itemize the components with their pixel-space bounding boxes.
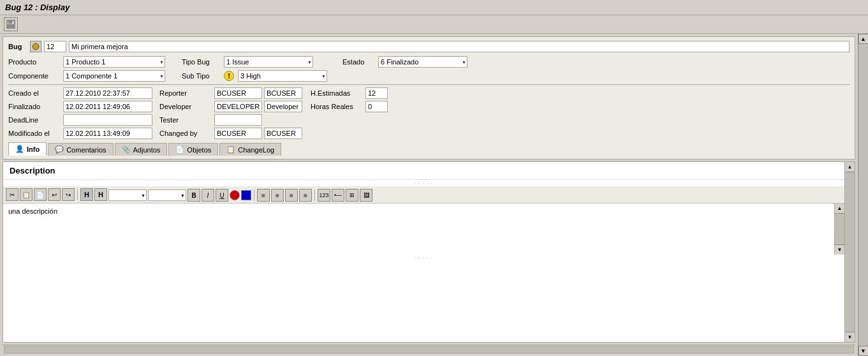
- tab-comentarios-label: Comentarios: [66, 146, 106, 154]
- main-window: Bug 12 : Display Bug: [0, 0, 868, 356]
- bug-title-input[interactable]: [69, 41, 850, 52]
- horas-reales-input[interactable]: [365, 101, 388, 112]
- inner-scroll-track: [845, 172, 855, 332]
- tab-comentarios[interactable]: 💬 Comentarios: [48, 143, 113, 156]
- bold-button[interactable]: B: [188, 189, 200, 202]
- bottom-scrollbar[interactable]: [3, 345, 855, 353]
- bullet-list-button[interactable]: •—: [332, 189, 344, 202]
- deadline-input[interactable]: [63, 114, 152, 126]
- tab-changelog[interactable]: 📋 ChangeLog: [219, 143, 281, 156]
- tab-info-label: Info: [27, 145, 40, 153]
- editor-scroll-down[interactable]: ▼: [835, 244, 844, 255]
- tab-objetos-icon: 📄: [175, 145, 184, 154]
- editor-right-scrollbar[interactable]: ▲ ▼: [834, 204, 844, 255]
- cut-button[interactable]: ✂: [6, 188, 18, 201]
- redo-button[interactable]: ↪: [62, 188, 75, 201]
- deadline-label: DeadLine: [8, 116, 59, 124]
- creado-input[interactable]: [63, 87, 152, 99]
- table-button[interactable]: ⊞: [346, 189, 358, 202]
- h-estimadas-label: H.Estimadas: [311, 89, 362, 97]
- estado-label: Estado: [342, 58, 374, 66]
- inner-panel: ▲ ▼ Description · · · · · ✂: [3, 161, 855, 343]
- bold-h-button[interactable]: H: [80, 188, 93, 201]
- editor-content[interactable]: una descripción: [3, 204, 844, 255]
- editor-scroll-track: [835, 214, 844, 244]
- main-content: Bug Producto: [0, 34, 858, 356]
- align-right-button[interactable]: ≡: [285, 189, 298, 202]
- developer-name-input[interactable]: [264, 101, 302, 112]
- description-title: Description: [3, 162, 844, 180]
- estado-select[interactable]: 6 Finalizado: [378, 56, 467, 68]
- h-scroll-track[interactable]: [4, 346, 854, 353]
- outer-scroll-track: [858, 44, 869, 346]
- justify-button[interactable]: ≡: [299, 189, 312, 202]
- finalizado-input[interactable]: [63, 101, 152, 112]
- tab-adjuntos[interactable]: 📎 Adjuntos: [115, 143, 168, 156]
- inner-scroll-up[interactable]: ▲: [845, 162, 855, 172]
- changed-by-id-input[interactable]: [214, 128, 262, 139]
- toolbar: [0, 15, 868, 34]
- tester-label: Tester: [159, 116, 210, 124]
- producto-label: Producto: [8, 58, 59, 66]
- main-layout: Bug Producto: [0, 34, 868, 356]
- sub-tipo-select[interactable]: 3 High: [238, 70, 327, 82]
- bug-label: Bug: [8, 43, 27, 50]
- fields-row-1: Producto 1 Producto 1 Tipo Bug 1 Issue: [8, 56, 850, 68]
- font-size-select[interactable]: [148, 189, 186, 201]
- svg-rect-1: [8, 20, 12, 24]
- svg-point-3: [33, 43, 39, 50]
- tab-info[interactable]: 👤 Info: [8, 142, 47, 156]
- italic-h-button[interactable]: H: [94, 188, 107, 201]
- drag-handle-bottom[interactable]: · · · · ·: [3, 255, 844, 261]
- align-left-button[interactable]: ≡: [257, 189, 270, 202]
- undo-button[interactable]: ↩: [48, 188, 61, 201]
- editor-toolbar: ✂ 📋 📄 ↩ ↪ H H: [3, 186, 844, 204]
- tester-id-input[interactable]: [214, 114, 262, 126]
- developer-id-input[interactable]: [214, 101, 262, 112]
- paste-button[interactable]: 📄: [34, 188, 47, 201]
- svg-rect-2: [8, 24, 14, 27]
- tipo-bug-select[interactable]: 1 Issue: [224, 56, 313, 68]
- align-center-button[interactable]: ≡: [271, 189, 284, 202]
- text-color-button[interactable]: [230, 190, 240, 200]
- outer-right-scrollbar[interactable]: ▲ ▼: [858, 34, 868, 356]
- bg-color-button[interactable]: [241, 190, 251, 200]
- reporter-name-input[interactable]: [264, 87, 302, 99]
- changed-by-name-input[interactable]: [264, 128, 302, 139]
- reporter-fields: [214, 87, 307, 99]
- outer-scroll-down[interactable]: ▼: [858, 346, 869, 356]
- warning-icon: !: [224, 71, 234, 81]
- toolbar-divider-2: [254, 189, 254, 201]
- editor-scroll-up[interactable]: ▲: [835, 204, 844, 214]
- image-button[interactable]: 🖼: [360, 189, 372, 202]
- bug-id-input[interactable]: [44, 41, 66, 52]
- underline-button[interactable]: U: [216, 189, 228, 202]
- editor-toolbar-row2: B I U ≡ ≡ ≡ ≡ 123: [108, 189, 372, 202]
- drag-handle-top[interactable]: · · · · ·: [3, 180, 844, 186]
- inner-scroll-down[interactable]: ▼: [845, 332, 855, 342]
- componente-label: Componente: [8, 72, 59, 80]
- editor-toolbar-row1: ✂ 📋 📄 ↩ ↪ H H: [6, 188, 107, 201]
- font-family-select[interactable]: [108, 189, 147, 201]
- bug-icon: [30, 41, 41, 52]
- outer-scroll-up[interactable]: ▲: [858, 34, 869, 44]
- save-button[interactable]: [4, 17, 18, 31]
- italic-button[interactable]: I: [202, 189, 214, 202]
- window-title: Bug 12 : Display: [5, 3, 70, 12]
- numbered-list-button[interactable]: 123: [318, 189, 330, 202]
- tabs-bar: 👤 Info 💬 Comentarios 📎 Adjuntos 📄: [8, 139, 850, 155]
- componente-select[interactable]: 1 Componente 1: [63, 70, 165, 82]
- modificado-label: Modificado el: [8, 130, 59, 137]
- tipo-bug-label: Tipo Bug: [182, 58, 220, 66]
- inner-right-scrollbar[interactable]: ▲ ▼: [844, 162, 855, 342]
- producto-select[interactable]: 1 Producto 1: [63, 56, 165, 68]
- detail-grid: Creado el Reporter H.Estimadas Finalizad…: [8, 87, 850, 139]
- tab-objetos[interactable]: 📄 Objetos: [168, 143, 218, 156]
- toolbar-divider-1: [77, 189, 78, 200]
- sub-tipo-label: Sub Tipo: [182, 72, 220, 80]
- copy-button[interactable]: 📋: [20, 188, 33, 201]
- tab-changelog-label: ChangeLog: [238, 146, 274, 154]
- h-estimadas-input[interactable]: [365, 87, 388, 99]
- modificado-input[interactable]: [63, 128, 152, 139]
- reporter-id-input[interactable]: [214, 87, 262, 99]
